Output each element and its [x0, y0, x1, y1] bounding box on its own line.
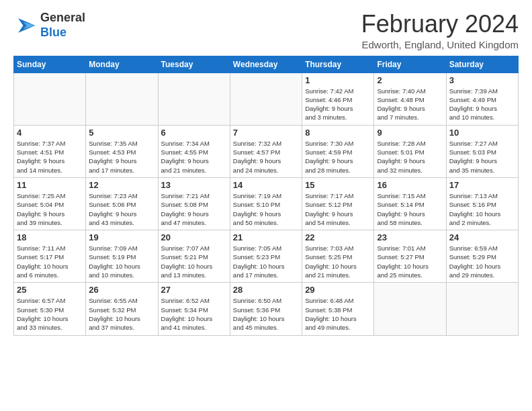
cell-w4-d1: 26Sunrise: 6:55 AM Sunset: 5:32 PM Dayli… — [86, 283, 158, 335]
cell-w4-d0: 25Sunrise: 6:57 AM Sunset: 5:30 PM Dayli… — [14, 283, 86, 335]
day-info: Sunrise: 7:28 AM Sunset: 5:01 PM Dayligh… — [377, 139, 443, 175]
day-info: Sunrise: 7:15 AM Sunset: 5:14 PM Dayligh… — [377, 191, 443, 227]
day-info: Sunrise: 7:01 AM Sunset: 5:27 PM Dayligh… — [377, 244, 443, 279]
calendar-subtitle: Edworth, England, United Kingdom — [361, 39, 519, 50]
cell-w2-d2: 13Sunrise: 7:21 AM Sunset: 5:08 PM Dayli… — [158, 177, 230, 230]
cell-w3-d4: 22Sunrise: 7:03 AM Sunset: 5:25 PM Dayli… — [302, 230, 374, 283]
col-sunday: Sunday — [14, 56, 86, 73]
day-number: 18 — [17, 232, 83, 242]
week-row-3: 11Sunrise: 7:25 AM Sunset: 5:04 PM Dayli… — [14, 177, 519, 230]
col-tuesday: Tuesday — [158, 56, 230, 73]
cell-w2-d5: 16Sunrise: 7:15 AM Sunset: 5:14 PM Dayli… — [374, 177, 446, 230]
cell-w0-d3 — [230, 73, 302, 125]
day-number: 10 — [449, 128, 515, 138]
day-number: 27 — [161, 285, 227, 295]
logo-line2: Blue — [40, 26, 85, 40]
day-info: Sunrise: 7:37 AM Sunset: 4:51 PM Dayligh… — [17, 139, 83, 175]
day-number: 8 — [305, 128, 371, 138]
day-info: Sunrise: 7:11 AM Sunset: 5:17 PM Dayligh… — [17, 244, 83, 279]
cell-w4-d4: 29Sunrise: 6:48 AM Sunset: 5:38 PM Dayli… — [302, 283, 374, 335]
day-number: 1 — [305, 75, 371, 85]
logo: General Blue — [13, 11, 85, 40]
day-info: Sunrise: 7:21 AM Sunset: 5:08 PM Dayligh… — [161, 191, 227, 227]
day-number: 28 — [233, 285, 299, 295]
week-row-5: 25Sunrise: 6:57 AM Sunset: 5:30 PM Dayli… — [14, 283, 519, 335]
cell-w3-d2: 20Sunrise: 7:07 AM Sunset: 5:21 PM Dayli… — [158, 230, 230, 283]
cell-w2-d4: 15Sunrise: 7:17 AM Sunset: 5:12 PM Dayli… — [302, 177, 374, 230]
day-number: 11 — [17, 180, 83, 190]
day-info: Sunrise: 6:50 AM Sunset: 5:36 PM Dayligh… — [233, 296, 299, 332]
cell-w1-d2: 6Sunrise: 7:34 AM Sunset: 4:55 PM Daylig… — [158, 125, 230, 177]
calendar-table: Sunday Monday Tuesday Wednesday Thursday… — [13, 56, 519, 336]
day-info: Sunrise: 6:52 AM Sunset: 5:34 PM Dayligh… — [161, 296, 227, 332]
col-saturday: Saturday — [446, 56, 518, 73]
title-block: February 2024 Edworth, England, United K… — [361, 11, 519, 50]
cell-w2-d3: 14Sunrise: 7:19 AM Sunset: 5:10 PM Dayli… — [230, 177, 302, 230]
day-info: Sunrise: 7:27 AM Sunset: 5:03 PM Dayligh… — [449, 139, 515, 175]
day-number: 23 — [377, 232, 443, 242]
cell-w2-d0: 11Sunrise: 7:25 AM Sunset: 5:04 PM Dayli… — [14, 177, 86, 230]
cell-w1-d6: 10Sunrise: 7:27 AM Sunset: 5:03 PM Dayli… — [446, 125, 518, 177]
day-number: 17 — [449, 180, 515, 190]
cell-w3-d5: 23Sunrise: 7:01 AM Sunset: 5:27 PM Dayli… — [374, 230, 446, 283]
day-number: 5 — [89, 128, 154, 138]
logo-line1: General — [40, 11, 85, 26]
day-number: 22 — [305, 232, 371, 242]
day-number: 6 — [161, 128, 227, 138]
day-info: Sunrise: 7:30 AM Sunset: 4:59 PM Dayligh… — [305, 139, 371, 175]
day-info: Sunrise: 7:03 AM Sunset: 5:25 PM Dayligh… — [305, 244, 371, 279]
day-info: Sunrise: 7:07 AM Sunset: 5:21 PM Dayligh… — [161, 244, 227, 279]
cell-w0-d4: 1Sunrise: 7:42 AM Sunset: 4:46 PM Daylig… — [302, 73, 374, 125]
day-info: Sunrise: 7:05 AM Sunset: 5:23 PM Dayligh… — [233, 244, 299, 279]
cell-w3-d3: 21Sunrise: 7:05 AM Sunset: 5:23 PM Dayli… — [230, 230, 302, 283]
day-info: Sunrise: 6:55 AM Sunset: 5:32 PM Dayligh… — [89, 296, 154, 332]
header: General Blue February 2024 Edworth, Engl… — [13, 11, 519, 50]
day-info: Sunrise: 6:48 AM Sunset: 5:38 PM Dayligh… — [305, 296, 371, 332]
col-friday: Friday — [374, 56, 446, 73]
day-number: 19 — [89, 232, 154, 242]
week-row-1: 1Sunrise: 7:42 AM Sunset: 4:46 PM Daylig… — [14, 73, 519, 125]
day-info: Sunrise: 7:32 AM Sunset: 4:57 PM Dayligh… — [233, 139, 299, 175]
day-info: Sunrise: 7:42 AM Sunset: 4:46 PM Dayligh… — [305, 87, 371, 122]
col-wednesday: Wednesday — [230, 56, 302, 73]
cell-w0-d0 — [14, 73, 86, 125]
cell-w1-d3: 7Sunrise: 7:32 AM Sunset: 4:57 PM Daylig… — [230, 125, 302, 177]
header-row: Sunday Monday Tuesday Wednesday Thursday… — [14, 56, 519, 73]
cell-w1-d4: 8Sunrise: 7:30 AM Sunset: 4:59 PM Daylig… — [302, 125, 374, 177]
day-number: 9 — [377, 128, 443, 138]
day-info: Sunrise: 7:23 AM Sunset: 5:06 PM Dayligh… — [89, 191, 154, 227]
day-info: Sunrise: 7:17 AM Sunset: 5:12 PM Dayligh… — [305, 191, 371, 227]
col-monday: Monday — [86, 56, 158, 73]
day-number: 25 — [17, 285, 83, 295]
day-number: 15 — [305, 180, 371, 190]
page: General Blue February 2024 Edworth, Engl… — [0, 0, 532, 342]
cell-w4-d3: 28Sunrise: 6:50 AM Sunset: 5:36 PM Dayli… — [230, 283, 302, 335]
day-number: 24 — [449, 232, 515, 242]
week-row-2: 4Sunrise: 7:37 AM Sunset: 4:51 PM Daylig… — [14, 125, 519, 177]
cell-w3-d0: 18Sunrise: 7:11 AM Sunset: 5:17 PM Dayli… — [14, 230, 86, 283]
day-number: 13 — [161, 180, 227, 190]
cell-w1-d5: 9Sunrise: 7:28 AM Sunset: 5:01 PM Daylig… — [374, 125, 446, 177]
logo-icon — [13, 13, 38, 38]
day-number: 3 — [449, 75, 515, 85]
day-number: 29 — [305, 285, 371, 295]
cell-w3-d1: 19Sunrise: 7:09 AM Sunset: 5:19 PM Dayli… — [86, 230, 158, 283]
day-number: 12 — [89, 180, 154, 190]
cell-w0-d1 — [86, 73, 158, 125]
cell-w4-d5 — [374, 283, 446, 335]
cell-w4-d6 — [446, 283, 518, 335]
cell-w3-d6: 24Sunrise: 6:59 AM Sunset: 5:29 PM Dayli… — [446, 230, 518, 283]
day-number: 16 — [377, 180, 443, 190]
day-number: 4 — [17, 128, 83, 138]
day-info: Sunrise: 7:19 AM Sunset: 5:10 PM Dayligh… — [233, 191, 299, 227]
week-row-4: 18Sunrise: 7:11 AM Sunset: 5:17 PM Dayli… — [14, 230, 519, 283]
day-info: Sunrise: 7:09 AM Sunset: 5:19 PM Dayligh… — [89, 244, 154, 279]
day-number: 20 — [161, 232, 227, 242]
cell-w1-d0: 4Sunrise: 7:37 AM Sunset: 4:51 PM Daylig… — [14, 125, 86, 177]
cell-w0-d6: 3Sunrise: 7:39 AM Sunset: 4:49 PM Daylig… — [446, 73, 518, 125]
col-thursday: Thursday — [302, 56, 374, 73]
day-number: 21 — [233, 232, 299, 242]
cell-w0-d5: 2Sunrise: 7:40 AM Sunset: 4:48 PM Daylig… — [374, 73, 446, 125]
day-info: Sunrise: 7:34 AM Sunset: 4:55 PM Dayligh… — [161, 139, 227, 175]
calendar-title: February 2024 — [361, 11, 519, 38]
